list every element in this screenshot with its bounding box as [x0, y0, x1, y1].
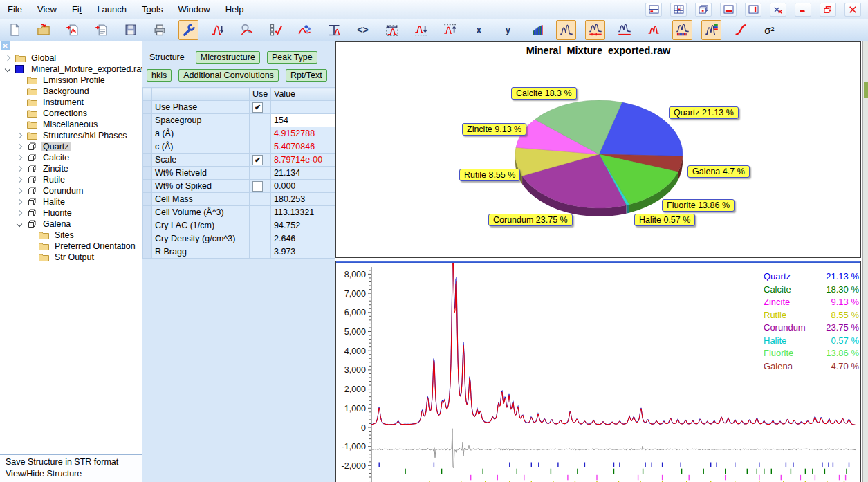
- tree-item-preferred-orientation[interactable]: Preferred Orientation: [0, 241, 142, 252]
- tab-peak-type[interactable]: Peak Type: [267, 51, 317, 64]
- show-legend-icon[interactable]: [701, 20, 721, 40]
- expand-icon[interactable]: [16, 154, 23, 161]
- close-icon[interactable]: [844, 3, 861, 17]
- menu-fit[interactable]: Fit: [64, 4, 89, 15]
- close-all-icon[interactable]: [770, 3, 786, 17]
- x-axis-button[interactable]: x: [469, 20, 489, 40]
- use-checkbox[interactable]: ✔: [252, 155, 263, 165]
- tree-item-halite[interactable]: Halite: [0, 196, 142, 207]
- expand-icon[interactable]: [16, 165, 23, 172]
- show-background-icon[interactable]: [614, 20, 634, 40]
- save-icon[interactable]: [120, 20, 140, 40]
- menu-launch[interactable]: Launch: [89, 4, 134, 15]
- structure-atoms-icon[interactable]: [295, 20, 315, 40]
- print-icon[interactable]: [149, 20, 169, 40]
- y-axis-button[interactable]: y: [498, 20, 518, 40]
- use-checkbox[interactable]: [252, 181, 263, 192]
- stacked-patterns-icon[interactable]: [527, 20, 547, 40]
- value-cell[interactable]: 94.752: [271, 219, 337, 232]
- expand-icon[interactable]: [16, 132, 23, 139]
- menu-file[interactable]: File: [0, 4, 30, 15]
- new-document-icon[interactable]: [4, 20, 24, 40]
- show-calculated-icon[interactable]: [643, 20, 663, 40]
- collapse-icon[interactable]: [4, 66, 11, 73]
- tree-item-zincite[interactable]: Zincite: [0, 163, 142, 174]
- grid-layout-icon[interactable]: [670, 3, 687, 17]
- expand-icon[interactable]: [16, 143, 23, 150]
- use-checkbox[interactable]: ✔: [252, 102, 263, 113]
- show-tick-marks-icon[interactable]: [672, 20, 692, 40]
- tick-row-calcite: [405, 469, 847, 474]
- value-cell[interactable]: 0.000: [271, 180, 337, 193]
- shift-pattern-down-icon[interactable]: [411, 20, 431, 40]
- value-cell[interactable]: 154: [271, 114, 337, 127]
- value-cell[interactable]: 8.79714e-00: [271, 154, 337, 167]
- tree-item-str-output[interactable]: Str Output: [0, 252, 142, 263]
- range-limit-icon[interactable]: [324, 20, 344, 40]
- cascade-windows-icon[interactable]: [695, 3, 712, 17]
- cumulative-chi2-icon[interactable]: [730, 20, 750, 40]
- expand-icon[interactable]: [16, 210, 23, 216]
- show-difference-icon[interactable]: [585, 20, 605, 40]
- sigma-squared-button[interactable]: σ²: [759, 20, 779, 40]
- tree-item-emission-profile[interactable]: Emission Profile: [0, 75, 142, 86]
- tree-item-miscellaneous[interactable]: Miscellaneous: [0, 119, 142, 130]
- restore-icon[interactable]: [820, 3, 836, 17]
- close-tree-icon[interactable]: ✕: [1, 41, 10, 50]
- minimize-icon[interactable]: [795, 3, 811, 17]
- tab-additional-convolutions[interactable]: Additional Convolutions: [178, 69, 279, 82]
- expand-icon[interactable]: [16, 187, 23, 194]
- tree-item-fluorite[interactable]: Fluorite: [0, 207, 142, 219]
- menu-view[interactable]: View: [30, 4, 64, 15]
- fit-peak-icon[interactable]: [207, 20, 228, 40]
- menu-help[interactable]: Help: [218, 4, 252, 15]
- split-horizontal-icon[interactable]: [720, 3, 737, 17]
- tree-item-sites[interactable]: Sites: [0, 230, 142, 241]
- expand-icon[interactable]: [16, 198, 23, 205]
- layout-panel-icon[interactable]: [645, 3, 662, 17]
- tree-item-structures-hkl-phases[interactable]: Structures/hkl Phases: [0, 130, 142, 141]
- value-cell[interactable]: 2.646: [271, 232, 337, 245]
- collapse-icon[interactable]: [16, 221, 23, 228]
- tree-item-quartz[interactable]: Quartz: [0, 141, 142, 152]
- tree-item-rutile[interactable]: Rutile: [0, 174, 142, 185]
- row-gutter: [143, 206, 152, 219]
- launch-mode-wrench-icon[interactable]: [178, 20, 198, 40]
- tree-item-corundum[interactable]: Corundum: [0, 185, 142, 196]
- tab-microstructure[interactable]: Microstructure: [196, 51, 260, 64]
- tree-item-instrument[interactable]: Instrument: [0, 97, 142, 108]
- tree-indent: [28, 232, 35, 239]
- value-cell[interactable]: 180.253: [271, 193, 337, 206]
- shift-pattern-up-icon[interactable]: [440, 20, 460, 40]
- import-data-icon[interactable]: [62, 20, 82, 40]
- tree-item-galena[interactable]: Galena: [0, 219, 142, 230]
- open-file-icon[interactable]: [33, 20, 53, 40]
- expand-icon[interactable]: [16, 176, 23, 183]
- refinement-options-icon[interactable]: [266, 20, 286, 40]
- peak-search-icon[interactable]: [237, 20, 257, 40]
- tab-rpt-text[interactable]: Rpt/Text: [286, 69, 327, 82]
- svg-text:7,000: 7,000: [344, 289, 366, 299]
- expand-icon[interactable]: [4, 55, 11, 62]
- menu-window[interactable]: Window: [170, 4, 217, 15]
- import-template-icon[interactable]: [91, 20, 111, 40]
- value-cell[interactable]: 21.134: [271, 167, 337, 180]
- tree-item-background[interactable]: Background: [0, 86, 142, 97]
- value-cell[interactable]: [271, 101, 337, 114]
- value-cell[interactable]: 4.9152788: [271, 127, 337, 140]
- menu-tools[interactable]: Tools: [134, 4, 170, 15]
- tree-item-corrections[interactable]: Corrections: [0, 108, 142, 119]
- tree-item-calcite[interactable]: Calcite: [0, 152, 142, 163]
- value-cell[interactable]: 3.973: [271, 245, 337, 259]
- value-cell[interactable]: 5.4070846: [271, 140, 337, 154]
- scrollbar-thumb[interactable]: [864, 82, 868, 98]
- show-pattern-icon[interactable]: [556, 20, 576, 40]
- split-vertical-icon[interactable]: [745, 3, 761, 17]
- tree-item-mineral-mixture-exported-raw[interactable]: Mineral_Mixture_exported.raw: [0, 64, 142, 75]
- code-view-icon[interactable]: <>: [353, 20, 373, 40]
- right-scrollbar[interactable]: [862, 41, 868, 482]
- tab-hkls[interactable]: hkls: [147, 69, 172, 82]
- tree-item-global[interactable]: Global: [0, 53, 142, 64]
- value-cell[interactable]: 113.13321: [271, 206, 337, 219]
- zoom-range-icon[interactable]: [382, 20, 402, 40]
